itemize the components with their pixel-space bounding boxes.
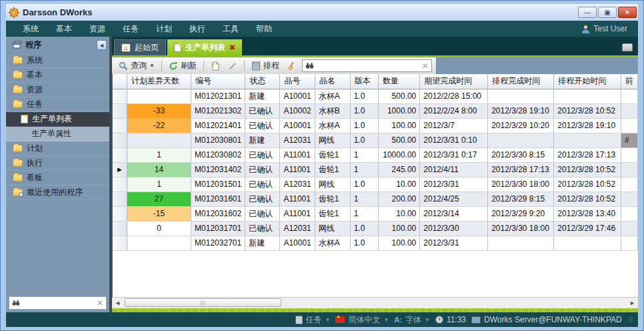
- column-header-qty[interactable]: 数量: [378, 74, 419, 89]
- cell-sched_start[interactable]: 2012/3/28 13:40: [554, 206, 621, 221]
- cell-ver[interactable]: 1.0: [350, 236, 378, 250]
- scroll-left-button[interactable]: ◄: [112, 298, 123, 308]
- cell-qty[interactable]: 100.00: [378, 118, 419, 133]
- cell-sched_end[interactable]: 2012/3/30 18:00: [488, 177, 554, 192]
- cell-due[interactable]: 2012/3/31 0:17: [420, 147, 488, 162]
- table-row[interactable]: M012030801新建A12031网线1.0500.002012/3/31 0…: [113, 133, 638, 147]
- table-row[interactable]: -15M012031602已确认A11001齿轮1110.002012/3/14…: [113, 206, 638, 221]
- cell-no[interactable]: M012031501: [191, 177, 245, 192]
- row-selector[interactable]: ▶: [113, 162, 127, 177]
- sidebar-item-execute[interactable]: 执行: [6, 156, 109, 171]
- cell-item[interactable]: A12031: [280, 221, 315, 236]
- cell-due[interactable]: 2012/4/25: [420, 192, 488, 206]
- cell-status[interactable]: 已确认: [245, 118, 280, 133]
- row-selector-header[interactable]: [113, 74, 127, 89]
- clean-button[interactable]: [285, 60, 299, 72]
- cell-name[interactable]: 齿轮1: [315, 162, 350, 177]
- tab-start-page[interactable]: ⌂ 起始页: [114, 39, 166, 55]
- cell-diff[interactable]: [127, 236, 191, 250]
- cell-sched_start[interactable]: 2012/3/28 19:10: [554, 118, 621, 133]
- cell-ver[interactable]: 1.0: [350, 89, 378, 103]
- menu-help[interactable]: 帮助: [247, 21, 281, 37]
- cell-sched_start[interactable]: 2012/3/28 10:52: [554, 162, 621, 177]
- sidebar-item-resource[interactable]: 资源: [6, 83, 109, 97]
- column-header-sched_start[interactable]: 排程开始时间: [554, 74, 621, 89]
- sidebar-item-recent-programs[interactable]: 最近使用的程序: [6, 186, 109, 200]
- resize-grip[interactable]: ⠿: [629, 316, 634, 324]
- cell-extra[interactable]: [621, 236, 637, 250]
- table-row[interactable]: -22M012021401已确认A10001水杯A1.0100.002012/3…: [113, 118, 638, 133]
- cell-no[interactable]: M012031601: [191, 192, 245, 206]
- sidebar-item-task[interactable]: 任务: [6, 97, 109, 112]
- cell-item[interactable]: A11001: [280, 192, 315, 206]
- cell-sched_end[interactable]: 2012/3/29 8:15: [488, 192, 554, 206]
- cell-sched_end[interactable]: 2012/3/30 8:15: [488, 147, 554, 162]
- minimize-button[interactable]: —: [578, 7, 597, 18]
- cell-item[interactable]: A10001: [280, 118, 315, 133]
- cell-item[interactable]: A11001: [280, 162, 315, 177]
- edit-button[interactable]: [225, 60, 240, 72]
- status-font-menu[interactable]: A: 字体 ▼: [394, 314, 430, 326]
- cell-status[interactable]: 新建: [245, 133, 280, 147]
- column-header-due[interactable]: 期望完成时间: [420, 74, 488, 89]
- cell-status[interactable]: 新建: [245, 89, 280, 103]
- tab-close-icon[interactable]: ✖: [229, 43, 235, 52]
- toolbar-search-clear-icon[interactable]: ✕: [422, 61, 429, 71]
- status-language-menu[interactable]: 简体中文 ▼: [335, 314, 389, 326]
- column-header-item[interactable]: 品号: [280, 74, 315, 89]
- cell-qty[interactable]: 500.00: [378, 89, 419, 103]
- cell-ver[interactable]: 1.0: [350, 103, 378, 118]
- row-selector[interactable]: [113, 221, 127, 236]
- cell-name[interactable]: 水杯A: [315, 236, 350, 250]
- cell-no[interactable]: M012031701: [191, 221, 245, 236]
- cell-diff[interactable]: 0: [127, 221, 191, 236]
- cell-name[interactable]: 齿轮1: [315, 192, 350, 206]
- cell-name[interactable]: 齿轮1: [315, 147, 350, 162]
- table-row[interactable]: 1M012030802已确认A11001齿轮1110000.002012/3/3…: [113, 147, 638, 162]
- cell-item[interactable]: A12031: [280, 133, 315, 147]
- cell-diff[interactable]: [127, 133, 191, 147]
- sidebar-item-production-order-list[interactable]: 生产单列表: [6, 112, 109, 127]
- sidebar-item-plan[interactable]: 计划: [6, 141, 109, 156]
- row-selector[interactable]: [113, 133, 127, 147]
- cell-no[interactable]: M012021401: [191, 118, 245, 133]
- cell-sched_end[interactable]: [488, 236, 554, 250]
- tab-production-order-list[interactable]: 生产单列表 ✖: [167, 39, 242, 55]
- cell-name[interactable]: 网线: [315, 177, 350, 192]
- cell-status[interactable]: 已确认: [245, 147, 280, 162]
- table-row[interactable]: ▶14M012031402已确认A11001齿轮11245.002012/4/1…: [113, 162, 638, 177]
- cell-extra[interactable]: [621, 118, 637, 133]
- cell-item[interactable]: A11001: [280, 206, 315, 221]
- cell-no[interactable]: M012021302: [191, 103, 245, 118]
- cell-sched_end[interactable]: 2012/3/29 9:20: [488, 206, 554, 221]
- cell-item[interactable]: A10001: [280, 236, 315, 250]
- menu-task[interactable]: 任务: [114, 21, 147, 37]
- column-header-ver[interactable]: 版本: [350, 74, 378, 89]
- scroll-right-button[interactable]: ►: [627, 298, 638, 308]
- cell-qty[interactable]: 10.00: [378, 206, 419, 221]
- cell-ver[interactable]: 1: [350, 206, 378, 221]
- refresh-button[interactable]: 刷新: [166, 59, 199, 73]
- sidebar-search-input[interactable]: [23, 299, 94, 307]
- table-row[interactable]: 27M012031601已确认A11001齿轮11200.002012/4/25…: [113, 192, 638, 206]
- cell-item[interactable]: A12031: [280, 177, 315, 192]
- cell-qty[interactable]: 1000.00: [378, 103, 419, 118]
- cell-diff[interactable]: -22: [127, 118, 191, 133]
- current-user[interactable]: Test User: [581, 24, 630, 33]
- cell-extra[interactable]: [621, 206, 637, 221]
- row-selector[interactable]: [113, 118, 127, 133]
- cell-sched_start[interactable]: 2012/3/28 10:52: [554, 103, 621, 118]
- cell-sched_start[interactable]: [554, 133, 621, 147]
- menu-tools[interactable]: 工具: [214, 21, 247, 37]
- cell-ver[interactable]: 1.0: [350, 177, 378, 192]
- cell-sched_end[interactable]: 2012/3/30 18:00: [488, 221, 554, 236]
- column-header-name[interactable]: 品名: [315, 74, 350, 89]
- cell-ver[interactable]: 1: [350, 162, 378, 177]
- cell-qty[interactable]: 500.00: [378, 133, 419, 147]
- cell-sched_start[interactable]: 2012/3/29 17:46: [554, 221, 621, 236]
- cell-status[interactable]: 已确认: [245, 206, 280, 221]
- cell-diff[interactable]: -15: [127, 206, 191, 221]
- cell-no[interactable]: M012030801: [191, 133, 245, 147]
- cell-sched_end[interactable]: 2012/3/29 10:20: [488, 118, 554, 133]
- menu-system[interactable]: 系统: [14, 21, 47, 37]
